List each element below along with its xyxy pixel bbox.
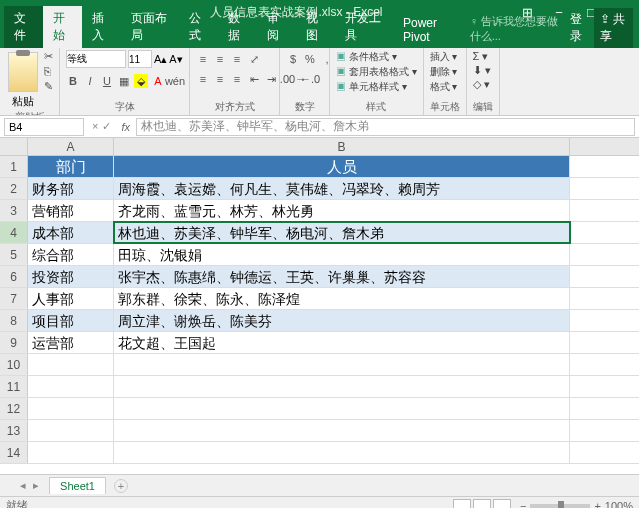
align-bot-icon[interactable]: ≡ <box>230 52 244 66</box>
cell[interactable]: 营销部 <box>28 200 114 221</box>
col-header-b[interactable]: B <box>114 138 570 155</box>
share-button[interactable]: ⇪ 共享 <box>594 8 633 48</box>
tell-me[interactable]: ♀ 告诉我您想要做什么... <box>464 10 571 48</box>
cell[interactable] <box>114 398 570 419</box>
cell[interactable] <box>28 376 114 397</box>
zoom-slider[interactable] <box>530 504 590 508</box>
inc-decimal-icon[interactable]: .00→ <box>286 72 300 86</box>
bold-icon[interactable]: B <box>66 74 80 88</box>
row-header[interactable]: 7 <box>0 288 28 309</box>
cell[interactable]: 财务部 <box>28 178 114 199</box>
cancel-formula-icon[interactable]: × <box>92 120 98 133</box>
cell[interactable]: 运营部 <box>28 332 114 353</box>
cell[interactable] <box>28 420 114 441</box>
insert-cells-button[interactable]: 插入 ▾ <box>430 50 458 64</box>
cell[interactable]: 投资部 <box>28 266 114 287</box>
cell[interactable]: 郭东群、徐荣、陈永、陈泽煌 <box>114 288 570 309</box>
row-header[interactable]: 13 <box>0 420 28 441</box>
zoom-out-button[interactable]: − <box>520 500 526 509</box>
tab-file[interactable]: 文件 <box>4 6 43 48</box>
font-size-input[interactable] <box>128 50 152 68</box>
cell[interactable]: 林也迪、苏美泽、钟毕军、杨电河、詹木弟 <box>114 222 570 243</box>
tab-data[interactable]: 数据 <box>218 6 257 48</box>
cell[interactable] <box>114 420 570 441</box>
format-cells-button[interactable]: 格式 ▾ <box>430 80 458 94</box>
cell[interactable]: 张宇杰、陈惠绵、钟德运、王英、许巢巢、苏容容 <box>114 266 570 287</box>
row-header[interactable]: 10 <box>0 354 28 375</box>
clear-button[interactable]: ◇ ▾ <box>473 78 491 91</box>
col-header-a[interactable]: A <box>28 138 114 155</box>
table-format-button[interactable]: 套用表格格式 ▾ <box>336 65 417 79</box>
cell[interactable]: 周立津、谢焕岳、陈美芬 <box>114 310 570 331</box>
fill-color-icon[interactable]: ⬙ <box>134 74 148 88</box>
cell[interactable]: 项目部 <box>28 310 114 331</box>
row-header[interactable]: 3 <box>0 200 28 221</box>
zoom-level[interactable]: 100% <box>605 500 633 509</box>
align-left-icon[interactable]: ≡ <box>196 72 210 86</box>
cell[interactable]: 周海霞、袁运嫦、何凡生、莫伟雄、冯翠玲、赖周芳 <box>114 178 570 199</box>
dec-decimal-icon[interactable]: ←.0 <box>303 72 317 86</box>
paste-icon[interactable] <box>8 52 38 92</box>
cell[interactable] <box>28 354 114 375</box>
cell[interactable] <box>114 354 570 375</box>
cell[interactable]: 人事部 <box>28 288 114 309</box>
add-sheet-button[interactable]: + <box>114 479 128 493</box>
tab-review[interactable]: 审阅 <box>257 6 296 48</box>
view-break-icon[interactable] <box>493 499 511 509</box>
orient-icon[interactable]: ⤢ <box>247 52 261 66</box>
row-header[interactable]: 2 <box>0 178 28 199</box>
delete-cells-button[interactable]: 删除 ▾ <box>430 65 458 79</box>
row-header[interactable]: 8 <box>0 310 28 331</box>
tab-insert[interactable]: 插入 <box>82 6 121 48</box>
view-normal-icon[interactable] <box>453 499 471 509</box>
indent-inc-icon[interactable]: ⇥ <box>264 72 278 86</box>
underline-icon[interactable]: U <box>100 74 114 88</box>
row-header[interactable]: 1 <box>0 156 28 177</box>
copy-icon[interactable]: ⎘ <box>44 65 53 78</box>
tab-formulas[interactable]: 公式 <box>179 6 218 48</box>
name-box[interactable] <box>4 118 84 136</box>
enter-formula-icon[interactable]: ✓ <box>102 120 111 133</box>
row-header[interactable]: 11 <box>0 376 28 397</box>
cell[interactable] <box>114 376 570 397</box>
cell[interactable]: 齐龙雨、蓝雪元、林芳、林光勇 <box>114 200 570 221</box>
align-right-icon[interactable]: ≡ <box>230 72 244 86</box>
cell[interactable]: 部门 <box>28 156 114 177</box>
fill-button[interactable]: ⬇ ▾ <box>473 64 491 77</box>
phonetic-icon[interactable]: wén <box>168 74 182 88</box>
cut-icon[interactable]: ✂ <box>44 50 53 63</box>
grow-font-icon[interactable]: A▴ <box>154 53 167 66</box>
row-header[interactable]: 12 <box>0 398 28 419</box>
row-header[interactable]: 9 <box>0 332 28 353</box>
select-all-corner[interactable] <box>0 138 28 155</box>
percent-icon[interactable]: % <box>303 52 317 66</box>
indent-dec-icon[interactable]: ⇤ <box>247 72 261 86</box>
sheet-nav[interactable]: ◂ ▸ <box>20 479 41 492</box>
font-color-icon[interactable]: A <box>151 74 165 88</box>
italic-icon[interactable]: I <box>83 74 97 88</box>
align-top-icon[interactable]: ≡ <box>196 52 210 66</box>
cell[interactable] <box>28 442 114 463</box>
cell[interactable] <box>28 398 114 419</box>
cell[interactable]: 花文超、王国起 <box>114 332 570 353</box>
view-layout-icon[interactable] <box>473 499 491 509</box>
cell[interactable]: 成本部 <box>28 222 114 243</box>
fx-icon[interactable]: fx <box>115 121 136 133</box>
cond-format-button[interactable]: 条件格式 ▾ <box>336 50 417 64</box>
format-painter-icon[interactable]: ✎ <box>44 80 53 93</box>
login-link[interactable]: 登录 <box>570 11 588 45</box>
zoom-in-button[interactable]: + <box>594 500 600 509</box>
tab-power[interactable]: Power Pivot <box>393 12 464 48</box>
formula-bar[interactable] <box>136 118 635 136</box>
autosum-button[interactable]: Σ ▾ <box>473 50 491 63</box>
row-header[interactable]: 6 <box>0 266 28 287</box>
row-header[interactable]: 4 <box>0 222 28 243</box>
cell[interactable]: 人员 <box>114 156 570 177</box>
spreadsheet-grid[interactable]: A B 1部门人员2财务部周海霞、袁运嫦、何凡生、莫伟雄、冯翠玲、赖周芳3营销部… <box>0 138 639 474</box>
row-header[interactable]: 5 <box>0 244 28 265</box>
cell-styles-button[interactable]: 单元格样式 ▾ <box>336 80 417 94</box>
align-mid-icon[interactable]: ≡ <box>213 52 227 66</box>
cell[interactable]: 综合部 <box>28 244 114 265</box>
border-icon[interactable]: ▦ <box>117 74 131 88</box>
tab-layout[interactable]: 页面布局 <box>121 6 179 48</box>
